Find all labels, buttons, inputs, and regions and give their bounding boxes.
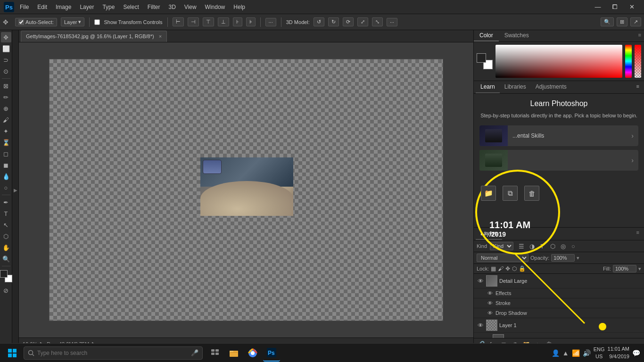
blur-tool[interactable]: 💧 bbox=[1, 171, 11, 181]
crop-tool[interactable]: ⊠ bbox=[1, 81, 11, 91]
minimize-button[interactable]: — bbox=[589, 0, 606, 14]
menu-layer[interactable]: Layer bbox=[76, 3, 98, 11]
tray-wifi-icon[interactable]: 📶 bbox=[572, 349, 580, 357]
layer-vis-layer1[interactable]: 👁 bbox=[477, 321, 484, 329]
taskbar-app-chrome[interactable] bbox=[244, 345, 261, 362]
sublayer-vis-dropshadow[interactable]: 👁 bbox=[486, 309, 494, 317]
kind-select[interactable]: Kind bbox=[490, 242, 513, 250]
taskbar-clock[interactable]: 11:01 AM 9/4/2019 bbox=[608, 346, 629, 360]
autoselect-btn[interactable]: Auto-Select: bbox=[15, 18, 57, 26]
autoselect-checkbox[interactable] bbox=[18, 19, 24, 25]
learn-card-1[interactable]: ...ental Skills › bbox=[479, 125, 638, 146]
learn-card-2[interactable]: › bbox=[479, 150, 638, 171]
lock-artboard-btn[interactable]: ⬡ bbox=[512, 265, 517, 272]
learn-panel-options[interactable]: ≡ bbox=[634, 81, 642, 93]
quick-mask-tool[interactable]: ⊘ bbox=[1, 285, 11, 296]
microphone-icon[interactable]: 🎤 bbox=[191, 349, 198, 356]
maximize-button[interactable]: ⧠ bbox=[606, 0, 623, 14]
menu-view[interactable]: View bbox=[181, 3, 200, 11]
menu-image[interactable]: Image bbox=[52, 3, 75, 11]
filter-pixel-icon[interactable]: ☰ bbox=[517, 242, 526, 250]
align-left-btn[interactable]: ⊢ bbox=[173, 17, 184, 26]
blend-mode-select[interactable]: Normal bbox=[477, 254, 528, 262]
share-btn[interactable]: ↗ bbox=[630, 17, 641, 26]
layers-panel-options[interactable]: ≡ bbox=[634, 228, 642, 240]
document-tab[interactable]: GettyImages-76185342.jpg @ 16.6% (Layer … bbox=[21, 31, 167, 42]
layer-dropdown[interactable]: Layer ▾ bbox=[61, 17, 85, 26]
align-right-btn[interactable]: ⊤ bbox=[203, 17, 214, 26]
menu-filter[interactable]: Filter bbox=[144, 3, 164, 11]
gradient-tool[interactable]: ◼ bbox=[1, 160, 11, 170]
rectangle-marquee-tool[interactable]: ⬜ bbox=[1, 43, 11, 54]
dodge-tool[interactable]: ○ bbox=[1, 182, 11, 193]
align-center-h-btn[interactable]: ⊣ bbox=[188, 17, 199, 26]
fg-swatch[interactable] bbox=[477, 53, 486, 63]
brush-tool[interactable]: 🖌 bbox=[1, 115, 11, 125]
menu-file[interactable]: File bbox=[16, 3, 33, 11]
notification-icon[interactable]: 💬 bbox=[632, 349, 640, 357]
color-gradient[interactable] bbox=[495, 45, 622, 78]
history-tool[interactable]: ⌛ bbox=[1, 137, 11, 148]
quick-select-tool[interactable]: ⊙ bbox=[1, 66, 11, 76]
lasso-tool[interactable]: ⊃ bbox=[1, 55, 11, 65]
tab-adjustments[interactable]: Adjustments bbox=[531, 81, 571, 93]
filter-on-off[interactable]: ○ bbox=[569, 242, 578, 250]
filter-smart-icon[interactable]: ◎ bbox=[559, 242, 567, 250]
shape-tool[interactable]: ⬡ bbox=[1, 231, 11, 241]
opacity-input[interactable] bbox=[551, 254, 575, 262]
layer-vis-detail[interactable]: 👁 bbox=[477, 277, 484, 285]
taskbar-app-taskview[interactable] bbox=[206, 345, 223, 362]
threed-btn-2[interactable]: ↻ bbox=[328, 17, 339, 26]
path-select-tool[interactable]: ↖ bbox=[1, 220, 11, 230]
color-panel-options[interactable]: ≡ bbox=[636, 30, 644, 41]
filter-shape-icon[interactable]: ⬡ bbox=[548, 242, 557, 250]
tab-close-button[interactable]: × bbox=[159, 33, 162, 39]
filter-type-icon[interactable]: T bbox=[538, 242, 546, 250]
close-button[interactable]: ✕ bbox=[623, 0, 640, 14]
sublayer-vis-stroke[interactable]: 👁 bbox=[486, 299, 494, 307]
panel-collapse-handle[interactable]: ▶ bbox=[12, 30, 19, 350]
tab-color[interactable]: Color bbox=[474, 30, 499, 41]
tab-learn[interactable]: Learn bbox=[476, 81, 500, 93]
lock-image-btn[interactable]: 🖌 bbox=[498, 265, 504, 272]
sublayer-dropshadow[interactable]: 👁 Drop Shadow bbox=[474, 308, 644, 318]
color-swatches[interactable] bbox=[0, 270, 12, 282]
menu-help[interactable]: Help bbox=[230, 3, 249, 11]
eyedropper-tool[interactable]: ✏ bbox=[1, 92, 11, 102]
layer-row-detail-large[interactable]: 👁 Detail Large bbox=[474, 274, 644, 288]
align-center-v-btn[interactable]: ⊦ bbox=[233, 17, 242, 26]
search-box[interactable]: 🎤 bbox=[24, 346, 203, 360]
menu-select[interactable]: Select bbox=[119, 3, 142, 11]
color-hue-strip[interactable] bbox=[625, 45, 632, 78]
transform-checkbox[interactable] bbox=[94, 19, 100, 25]
lock-all-btn[interactable]: 🔒 bbox=[519, 265, 526, 272]
healing-tool[interactable]: ⊕ bbox=[1, 103, 11, 114]
search-input[interactable] bbox=[37, 350, 188, 356]
language-indicator[interactable]: ENG US bbox=[594, 346, 605, 360]
fg-bg-swatches[interactable] bbox=[477, 53, 493, 69]
threed-btn-1[interactable]: ↺ bbox=[314, 17, 324, 26]
tab-swatches[interactable]: Swatches bbox=[499, 30, 535, 41]
move-tool[interactable]: ✥ bbox=[1, 32, 11, 42]
tab-libraries[interactable]: Libraries bbox=[500, 81, 531, 93]
lock-transparent-btn[interactable]: ▦ bbox=[491, 265, 496, 272]
tab-layers[interactable]: Layers bbox=[476, 228, 502, 240]
zoom-tool[interactable]: 🔍 bbox=[1, 254, 11, 264]
threed-btn-5[interactable]: ⤡ bbox=[372, 17, 383, 26]
color-alpha-strip[interactable] bbox=[635, 45, 641, 78]
threed-btn-3[interactable]: ⟳ bbox=[343, 17, 354, 26]
more-options-btn[interactable]: ··· bbox=[387, 18, 397, 26]
workspace-btn[interactable]: ⊞ bbox=[617, 17, 627, 26]
sublayer-vis-effects[interactable]: 👁 bbox=[486, 289, 494, 297]
threed-btn-4[interactable]: ⤢ bbox=[357, 17, 368, 26]
taskbar-app-fileexplorer[interactable] bbox=[225, 345, 242, 362]
align-bottom-btn[interactable]: ⊧ bbox=[246, 17, 256, 26]
tray-up-icon[interactable]: ▲ bbox=[562, 349, 569, 357]
search-btn[interactable]: 🔍 bbox=[601, 17, 614, 26]
hand-tool[interactable]: ✋ bbox=[1, 242, 11, 253]
tray-people-icon[interactable]: 👤 bbox=[552, 349, 560, 357]
text-tool[interactable]: T bbox=[1, 208, 11, 219]
align-top-btn[interactable]: ⊥ bbox=[218, 17, 229, 26]
fg-color-swatch[interactable] bbox=[0, 270, 8, 278]
menu-edit[interactable]: Edit bbox=[33, 3, 51, 11]
